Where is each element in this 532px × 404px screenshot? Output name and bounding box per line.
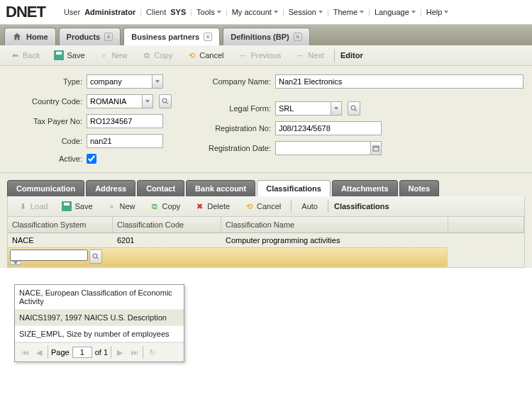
search-icon bbox=[92, 253, 99, 260]
table-row[interactable]: NACE 6201 Computer programming activitie… bbox=[8, 233, 524, 247]
grid-copy-button[interactable]: ⧉Copy bbox=[145, 199, 185, 213]
type-dropdown-button[interactable] bbox=[152, 74, 163, 89]
editing-system-input[interactable] bbox=[10, 249, 88, 261]
subtab-attachments[interactable]: Attachments bbox=[332, 180, 398, 196]
type-label: Type: bbox=[11, 77, 82, 86]
cell-code: 6201 bbox=[113, 233, 221, 247]
menu-theme[interactable]: Theme bbox=[333, 8, 364, 16]
copy-icon: ⧉ bbox=[142, 50, 152, 60]
tax-input[interactable] bbox=[87, 114, 163, 128]
close-icon[interactable]: × bbox=[204, 33, 212, 41]
chevron-down-icon bbox=[411, 11, 416, 13]
country-dropdown-button[interactable] bbox=[142, 94, 153, 108]
country-label: Country Code: bbox=[11, 97, 82, 106]
tab-business-partners[interactable]: Business partners × bbox=[123, 28, 220, 45]
form-left-column: Type: Country Code: Tax Payer No: Code: … bbox=[11, 74, 172, 164]
grid-load-button[interactable]: ⬇Load bbox=[13, 199, 52, 213]
pager-refresh-button[interactable]: ↻ bbox=[146, 347, 157, 358]
grid-title: Classifications bbox=[334, 202, 389, 211]
sub-tab-strip: Communication Address Contact Bank accou… bbox=[7, 180, 525, 196]
top-menu-bar: DNET User Administrator | Client SYS | T… bbox=[0, 0, 532, 25]
chevron-down-icon bbox=[318, 11, 323, 13]
grid-panel: ⬇Load Save ▫New ⧉Copy ✖Delete ⟲Cancel Au… bbox=[7, 196, 525, 268]
editing-lookup-button[interactable] bbox=[89, 249, 102, 264]
legal-form-lookup-button[interactable] bbox=[348, 101, 360, 116]
reg-no-input[interactable] bbox=[275, 121, 382, 135]
code-input[interactable] bbox=[87, 134, 163, 148]
client-label: Client bbox=[146, 8, 166, 16]
pager-page-label: Page bbox=[51, 348, 70, 357]
reg-date-picker-button[interactable] bbox=[370, 141, 382, 155]
cell-name: Computer programming activities bbox=[221, 233, 448, 247]
column-header-code[interactable]: Classification Code bbox=[113, 217, 221, 232]
dropdown-list: NACE, European Classification of Economi… bbox=[14, 284, 184, 362]
subtab-bank-account[interactable]: Bank account bbox=[186, 180, 255, 196]
grid-new-button[interactable]: ▫New bbox=[103, 199, 140, 213]
chevron-down-icon bbox=[13, 262, 18, 264]
country-lookup-button[interactable] bbox=[159, 94, 172, 108]
grid-auto-button[interactable]: Auto bbox=[297, 200, 322, 213]
user-label: User bbox=[64, 8, 80, 16]
tab-definitions-bp[interactable]: Definitions (BP) × bbox=[223, 28, 310, 45]
subtab-notes[interactable]: Notes bbox=[399, 180, 440, 196]
pager-page-input[interactable] bbox=[72, 347, 92, 358]
pager-last-button[interactable]: ⏭ bbox=[128, 347, 140, 358]
subtab-communication[interactable]: Communication bbox=[7, 180, 84, 196]
legal-form-input[interactable] bbox=[275, 101, 331, 116]
calendar-icon bbox=[372, 145, 379, 152]
menu-session[interactable]: Session bbox=[289, 8, 323, 16]
subtab-address[interactable]: Address bbox=[86, 180, 135, 196]
type-input[interactable] bbox=[87, 74, 152, 89]
editing-dropdown-button[interactable] bbox=[10, 261, 21, 265]
dropdown-option[interactable]: NACE, European Classification of Economi… bbox=[15, 285, 184, 310]
next-button[interactable]: →Next bbox=[291, 48, 328, 62]
previous-button[interactable]: ←Previous bbox=[234, 48, 286, 62]
code-label: Code: bbox=[11, 137, 82, 145]
close-icon[interactable]: × bbox=[294, 33, 302, 41]
copy-icon: ⧉ bbox=[150, 201, 160, 211]
pager-next-button[interactable]: ▶ bbox=[114, 347, 126, 358]
copy-button[interactable]: ⧉Copy bbox=[138, 48, 177, 62]
grid-header: Classification System Classification Cod… bbox=[8, 217, 524, 233]
menu-help[interactable]: Help bbox=[426, 8, 449, 16]
form-area: Type: Country Code: Tax Payer No: Code: … bbox=[0, 66, 532, 173]
table-row-editing[interactable] bbox=[8, 247, 448, 267]
grid-delete-button[interactable]: ✖Delete bbox=[190, 199, 234, 213]
subtab-classifications[interactable]: Classifications bbox=[257, 180, 331, 196]
chevron-down-icon bbox=[274, 11, 278, 13]
grid-cancel-button[interactable]: ⟲Cancel bbox=[240, 199, 285, 213]
main-toolbar: ⬅Back Save ▫New ⧉Copy ⟲Cancel ←Previous … bbox=[0, 45, 532, 66]
svg-line-5 bbox=[355, 109, 357, 111]
grid-save-button[interactable]: Save bbox=[57, 199, 96, 213]
pager-prev-button[interactable]: ◀ bbox=[33, 347, 45, 358]
cancel-button[interactable]: ⟲Cancel bbox=[182, 48, 228, 62]
menu-my-account[interactable]: My account bbox=[232, 8, 278, 16]
arrow-left-icon: ← bbox=[238, 50, 248, 60]
new-button[interactable]: ▫New bbox=[95, 48, 132, 62]
reg-date-input[interactable] bbox=[275, 141, 370, 155]
close-icon[interactable]: × bbox=[104, 33, 113, 41]
dropdown-option[interactable]: NAICS1997, 1997 NAICS U.S. Description bbox=[15, 310, 184, 326]
save-icon bbox=[62, 201, 72, 211]
column-header-system[interactable]: Classification System bbox=[8, 217, 113, 232]
subtab-contact[interactable]: Contact bbox=[137, 180, 184, 196]
back-button[interactable]: ⬅Back bbox=[6, 48, 44, 62]
menu-tools[interactable]: Tools bbox=[196, 8, 221, 16]
column-header-name[interactable]: Classification Name bbox=[221, 217, 448, 232]
dropdown-option[interactable]: SIZE_EMPL, Size by number of employees bbox=[15, 326, 184, 342]
reg-date-label: Registration Date: bbox=[186, 144, 271, 152]
tab-products[interactable]: Products × bbox=[59, 28, 121, 45]
pager-first-button[interactable]: ⏮ bbox=[19, 347, 31, 358]
save-button[interactable]: Save bbox=[50, 48, 89, 62]
tax-label: Tax Payer No: bbox=[11, 117, 82, 125]
tab-home[interactable]: Home bbox=[4, 28, 56, 45]
column-header-blank bbox=[448, 217, 524, 232]
arrow-right-icon: → bbox=[295, 50, 305, 60]
company-name-input[interactable] bbox=[275, 74, 523, 89]
legal-form-dropdown-button[interactable] bbox=[331, 101, 342, 116]
country-input[interactable] bbox=[87, 94, 142, 108]
active-checkbox[interactable] bbox=[87, 154, 96, 164]
main-tab-strip: Home Products × Business partners × Defi… bbox=[0, 25, 532, 45]
menu-language[interactable]: Language bbox=[375, 8, 416, 16]
search-icon bbox=[162, 98, 169, 105]
